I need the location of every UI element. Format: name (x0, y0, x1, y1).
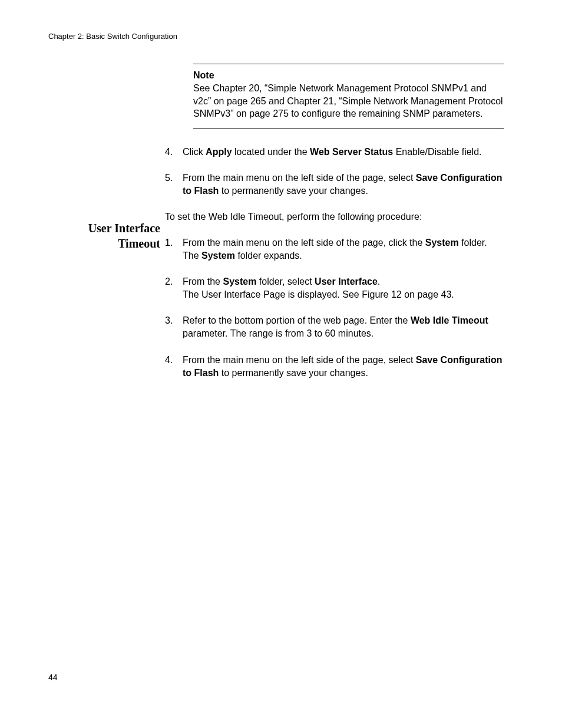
list-item: 2. From the System folder, select User I… (165, 275, 504, 301)
list-item: 4. From the main menu on the left side o… (165, 354, 504, 380)
step-number: 4. (165, 354, 183, 367)
side-heading: User Interface Timeout (48, 220, 160, 251)
list-item: 1. From the main menu on the left side o… (165, 236, 504, 262)
continued-steps-list: 4. Click Apply located under the Web Ser… (165, 146, 504, 197)
step-text: From the main menu on the left side of t… (183, 354, 504, 380)
step-text: From the System folder, select User Inte… (183, 275, 504, 301)
page-number: 44 (48, 673, 58, 682)
step-text: From the main menu on the left side of t… (183, 236, 504, 262)
section-user-interface-timeout: To set the Web Idle Timeout, perform the… (165, 210, 504, 380)
running-header: Chapter 2: Basic Switch Configuration (48, 32, 177, 41)
list-item: 3. Refer to the bottom portion of the we… (165, 314, 504, 340)
section-intro: To set the Web Idle Timeout, perform the… (165, 210, 504, 223)
procedure-steps-list: 1. From the main menu on the left side o… (165, 236, 504, 380)
note-box: Note See Chapter 20, “Simple Network Man… (193, 64, 504, 129)
list-item: 4. Click Apply located under the Web Ser… (165, 146, 504, 159)
step-text: Refer to the bottom portion of the web p… (183, 314, 504, 340)
step-number: 5. (165, 172, 183, 185)
step-text: From the main menu on the left side of t… (183, 172, 504, 197)
step-text: Click Apply located under the Web Server… (183, 146, 504, 159)
note-text: See Chapter 20, “Simple Network Manageme… (193, 82, 504, 120)
list-item: 5. From the main menu on the left side o… (165, 172, 504, 197)
step-number: 2. (165, 275, 183, 288)
note-label: Note (193, 70, 504, 81)
step-number: 3. (165, 314, 183, 327)
step-number: 4. (165, 146, 183, 159)
step-number: 1. (165, 236, 183, 249)
